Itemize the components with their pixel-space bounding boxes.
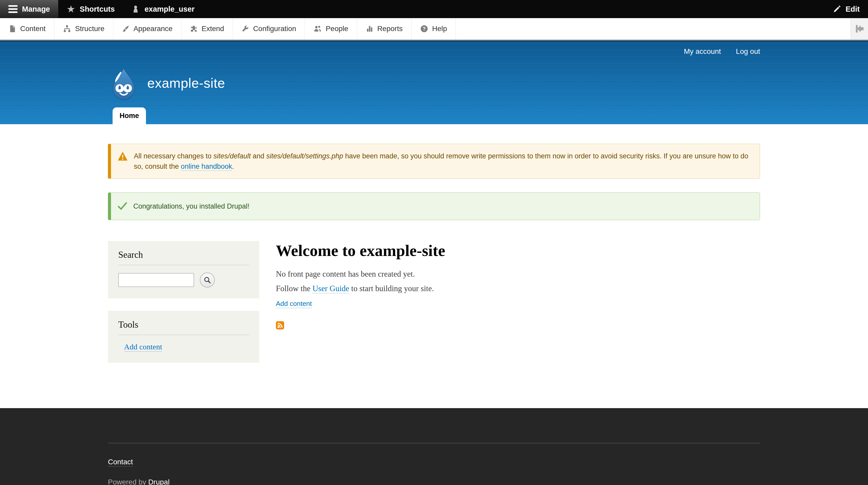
svg-text:?: ?: [423, 26, 426, 32]
site-name[interactable]: example-site: [147, 75, 225, 91]
text-part: to start building your site.: [349, 284, 434, 293]
footer-divider: [108, 443, 760, 443]
checkmark-icon: [118, 202, 127, 210]
drupal-page: Manage ★ Shortcuts example_user Edit Con…: [0, 0, 868, 485]
help-icon: ?: [420, 25, 428, 33]
manage-label: Manage: [22, 5, 50, 13]
main-region: All necessary changes to sites/default a…: [0, 144, 868, 408]
search-button[interactable]: [200, 273, 215, 287]
toolbar-item-structure[interactable]: Structure: [54, 18, 113, 39]
toolbar-item-people[interactable]: People: [305, 18, 357, 39]
block-divider: [118, 335, 249, 335]
add-content-link-main[interactable]: Add content: [276, 300, 312, 308]
warning-text-part: and: [251, 152, 266, 160]
site-header: My account Log out example-site Home: [0, 40, 868, 124]
star-icon: ★: [66, 4, 75, 14]
toolbar-label: Structure: [75, 25, 104, 33]
tools-block-title: Tools: [118, 320, 249, 330]
sidebar: Search Too: [108, 241, 259, 375]
toolbar-collapse-button[interactable]: [851, 18, 868, 39]
appearance-icon: [122, 25, 130, 33]
admin-toolbar-tray: Content Structure Appearance Extend: [0, 18, 868, 40]
toolbar-label: People: [326, 25, 348, 33]
toolbar-label: Content: [20, 25, 45, 33]
user-menu-item[interactable]: example_user: [123, 0, 203, 18]
user-guide-link[interactable]: User Guide: [312, 284, 349, 294]
people-icon: [313, 25, 322, 33]
search-form: [118, 273, 249, 287]
shortcuts-menu-item[interactable]: ★ Shortcuts: [58, 0, 123, 18]
powered-by-text: Powered by: [108, 478, 148, 485]
toolbar-item-reports[interactable]: Reports: [357, 18, 411, 39]
content-icon: [8, 25, 16, 33]
rss-row: [276, 321, 445, 331]
online-handbook-link[interactable]: online handbook: [181, 162, 232, 171]
main-content: Welcome to example-site No front page co…: [259, 241, 445, 331]
search-icon: [204, 276, 211, 284]
warning-text-part: .: [232, 162, 234, 170]
warning-path-1: sites/default: [214, 152, 251, 160]
warning-text-part: All necessary changes to: [134, 152, 214, 160]
warning-message: All necessary changes to sites/default a…: [108, 144, 760, 179]
rss-feed-icon[interactable]: [276, 321, 284, 330]
search-input[interactable]: [118, 273, 194, 287]
site-footer: Contact Powered by Drupal: [0, 408, 868, 485]
toolbar-item-configuration[interactable]: Configuration: [233, 18, 305, 39]
toolbar-item-appearance[interactable]: Appearance: [113, 18, 181, 39]
user-guide-text: Follow the User Guide to start building …: [276, 283, 445, 294]
status-text: Congratulations, you installed Drupal!: [133, 201, 249, 211]
toolbar-item-content[interactable]: Content: [0, 18, 54, 39]
configuration-icon: [242, 25, 249, 33]
site-branding: example-site: [108, 56, 760, 100]
status-message: Congratulations, you installed Drupal!: [108, 192, 760, 220]
admin-bar: Manage ★ Shortcuts example_user Edit: [0, 0, 868, 18]
tools-block: Tools Add content: [108, 311, 259, 363]
edit-label: Edit: [845, 5, 860, 13]
page-title: Welcome to example-site: [276, 241, 445, 260]
home-tab-label: Home: [120, 112, 139, 120]
toolbar-label: Extend: [202, 25, 224, 33]
shortcuts-label: Shortcuts: [80, 5, 115, 13]
toolbar-item-extend[interactable]: Extend: [181, 18, 233, 39]
search-block-title: Search: [118, 250, 249, 260]
tab-home[interactable]: Home: [113, 108, 146, 124]
drupal-link[interactable]: Drupal: [148, 478, 169, 485]
powered-by: Powered by Drupal: [108, 478, 760, 485]
username-label: example_user: [145, 5, 194, 13]
toolbar-label: Appearance: [133, 25, 173, 33]
person-icon: [131, 5, 140, 13]
toolbar-label: Reports: [377, 25, 403, 33]
warning-icon: [118, 152, 128, 161]
no-content-text: No front page content has been created y…: [276, 269, 445, 279]
pencil-icon: [833, 5, 841, 13]
search-block: Search: [108, 241, 259, 298]
toolbar-label: Help: [432, 25, 447, 33]
toolbar-spacer: [456, 18, 851, 39]
reports-icon: [366, 25, 373, 33]
manage-menu-item[interactable]: Manage: [0, 0, 58, 18]
contact-link[interactable]: Contact: [108, 458, 133, 466]
secondary-menu: My account Log out: [108, 42, 760, 56]
my-account-link[interactable]: My account: [684, 48, 721, 56]
edit-button[interactable]: Edit: [825, 0, 868, 18]
text-part: Follow the: [276, 284, 312, 293]
extend-icon: [190, 25, 198, 33]
toolbar-item-help[interactable]: ? Help: [411, 18, 456, 39]
warning-text: All necessary changes to sites/default a…: [134, 151, 749, 172]
admin-bar-spacer: [203, 0, 825, 18]
add-content-link-sidebar[interactable]: Add content: [124, 342, 162, 352]
block-divider: [118, 265, 249, 265]
toolbar-label: Configuration: [253, 25, 296, 33]
log-out-link[interactable]: Log out: [736, 48, 760, 56]
structure-icon: [63, 25, 71, 33]
content-row: Search Too: [108, 241, 760, 375]
warning-path-2: sites/default/settings.php: [266, 152, 343, 160]
collapse-tray-icon: [854, 23, 865, 34]
drupal-logo[interactable]: [108, 66, 140, 100]
hamburger-icon: [8, 5, 18, 13]
